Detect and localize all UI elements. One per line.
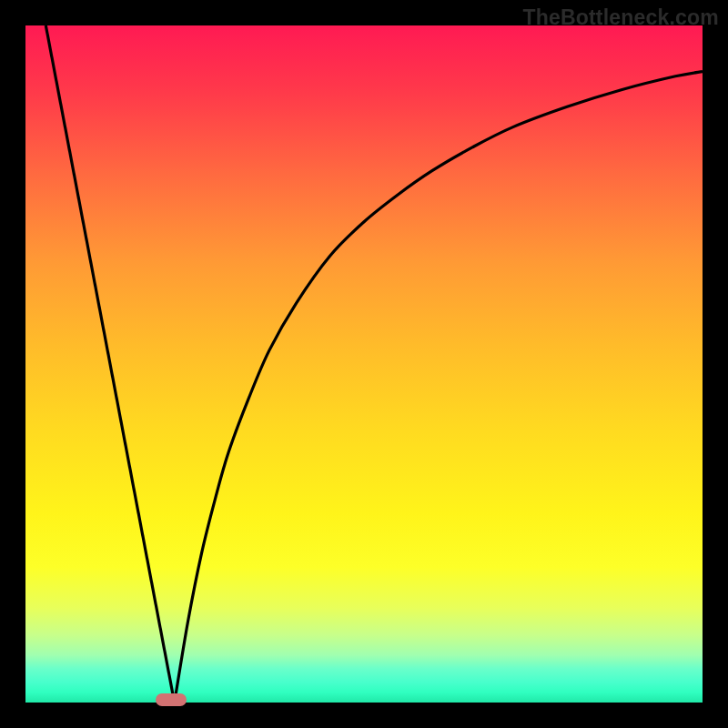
minimum-marker <box>156 693 186 706</box>
left-line-segment <box>46 25 174 703</box>
curve-layer <box>25 25 703 703</box>
curve-group <box>46 25 703 703</box>
watermark-text: TheBottleneck.com <box>522 5 719 30</box>
chart-container: TheBottleneck.com <box>0 0 728 728</box>
right-curve-segment <box>175 72 703 703</box>
